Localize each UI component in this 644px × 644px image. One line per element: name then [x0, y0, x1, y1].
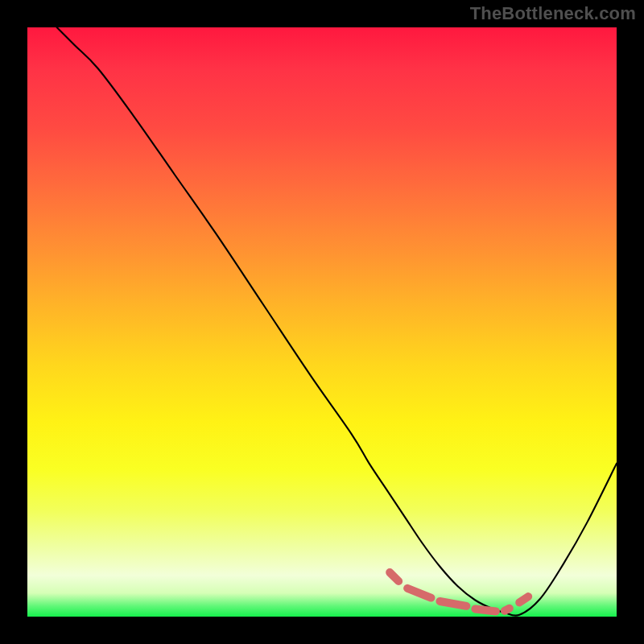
chart-frame: TheBottleneck.com [0, 0, 644, 644]
plot-area [27, 27, 617, 617]
highlight-dash [475, 609, 496, 611]
watermark-text: TheBottleneck.com [470, 3, 636, 24]
highlight-dashes [390, 572, 528, 611]
highlight-dash [407, 588, 431, 598]
highlight-dash [440, 601, 466, 606]
highlight-dash [390, 572, 398, 581]
highlight-dash [505, 609, 510, 611]
highlight-dash [519, 597, 528, 602]
chart-svg [27, 27, 617, 617]
bottleneck-curve [57, 27, 617, 616]
